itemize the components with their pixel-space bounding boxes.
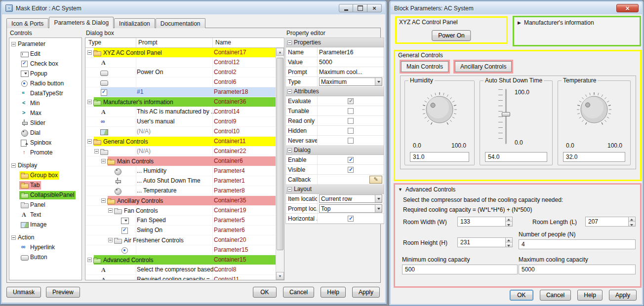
spin-down-icon[interactable]: [506, 243, 512, 247]
close-button[interactable]: [616, 4, 639, 12]
maximize-button[interactable]: [353, 4, 367, 12]
controls-group-display[interactable]: Display: [9, 160, 81, 170]
tree-expander[interactable]: [87, 258, 92, 262]
max-cooling-field[interactable]: 5000: [519, 265, 636, 274]
control-item-slider[interactable]: Slider: [9, 118, 81, 128]
cancel-button[interactable]: Cancel: [540, 290, 571, 301]
slider-track[interactable]: [505, 89, 507, 144]
control-item-hyperlink[interactable]: Hyperlink: [9, 242, 81, 252]
humidity-value-field[interactable]: 31.0: [410, 152, 469, 162]
control-item-min[interactable]: Min: [9, 98, 81, 108]
enable-checkbox[interactable]: [348, 157, 354, 163]
controls-group-parameter[interactable]: Parameter: [9, 39, 81, 49]
scroll-down-icon[interactable]: ▼: [276, 272, 284, 280]
dialog-row-container20[interactable]: Air Freshener ControlsContainer20: [85, 235, 276, 245]
dialog-row-control10[interactable]: (N/A)Control10: [85, 127, 276, 137]
property-value[interactable]: 5000: [318, 57, 384, 67]
chevron-down-icon[interactable]: [375, 205, 382, 212]
tree-expander[interactable]: [108, 238, 113, 242]
control-item-datatypestr[interactable]: DataTypeStr: [9, 88, 81, 98]
manufacturer-collapsible-panel[interactable]: ▶ Manufacturer's information: [513, 16, 641, 46]
property-section-dialog[interactable]: Dialog: [286, 146, 384, 155]
control-item-edit[interactable]: Edit: [9, 49, 81, 59]
unmask-button[interactable]: Unmask: [6, 287, 41, 298]
auto-shut-down-value-field[interactable]: 54.0: [485, 152, 547, 162]
never-save-checkbox[interactable]: [348, 138, 354, 144]
collapse-icon[interactable]: [287, 148, 292, 153]
people-field[interactable]: 4: [519, 239, 636, 249]
control-item-popup[interactable]: Popup: [9, 69, 81, 78]
close-button[interactable]: [367, 4, 382, 12]
tab-icon-ports[interactable]: Icon & Ports: [6, 18, 48, 28]
dialog-row-control11[interactable]: Required cooling capacity = ...Control11: [85, 275, 276, 280]
spin-value[interactable]: 231: [460, 239, 470, 246]
min-cooling-field[interactable]: 500: [402, 265, 518, 274]
scrollbar-thumb[interactable]: [277, 58, 283, 250]
preview-button[interactable]: Preview: [46, 287, 80, 298]
collapse-icon[interactable]: [11, 235, 16, 240]
control-item-promote[interactable]: Promote: [9, 148, 81, 157]
controls-group-action[interactable]: Action: [9, 232, 81, 242]
dialog-row-parameter15[interactable]: Parameter15: [85, 245, 276, 255]
ok-button[interactable]: OK: [510, 290, 533, 301]
room-length-spinbox[interactable]: 207: [585, 217, 636, 227]
cancel-button[interactable]: Cancel: [283, 287, 314, 298]
collapse-icon[interactable]: [287, 89, 292, 94]
scroll-up-icon[interactable]: ▲: [276, 48, 284, 56]
control-item-check-box[interactable]: Check box: [9, 59, 81, 69]
dialog-row-container22[interactable]: (N/A)Container22: [85, 147, 276, 156]
spin-down-icon[interactable]: [506, 222, 512, 227]
horizontal-checkbox[interactable]: [348, 216, 354, 222]
spin-up-icon[interactable]: [506, 217, 512, 222]
tree-expander[interactable]: [87, 139, 92, 144]
control-item-text[interactable]: Text: [9, 210, 81, 220]
temperature-dial[interactable]: [574, 90, 614, 129]
minimize-button[interactable]: [339, 4, 353, 12]
control-item-max[interactable]: Max: [9, 108, 81, 118]
dialog-row-parameter6[interactable]: Swing OnParameter6: [85, 226, 276, 235]
control-item-collapsiblepanel[interactable]: CollapsiblePanel: [9, 190, 81, 200]
chevron-down-icon[interactable]: [375, 195, 382, 202]
prompt-loc-dropdown[interactable]: Top: [319, 204, 382, 213]
dialog-row-control12[interactable]: Control12: [85, 58, 276, 68]
dialog-row-control9[interactable]: User's manualControl9: [85, 117, 276, 127]
spin-value[interactable]: 133: [460, 218, 470, 225]
spin-up-icon[interactable]: [506, 238, 512, 243]
collapse-icon[interactable]: [11, 163, 16, 168]
dialog-row-control14[interactable]: This AC is manufactured by ...Control14: [85, 107, 276, 117]
chevron-down-icon[interactable]: [375, 78, 382, 85]
dialog-row-container19[interactable]: Fan ControlsContainer19: [85, 206, 276, 216]
control-item-button[interactable]: Button: [9, 252, 81, 262]
property-value[interactable]: Parameter16: [318, 47, 384, 57]
dialog-row-container6[interactable]: Main ControlsContainer6: [85, 156, 276, 166]
hidden-checkbox[interactable]: [348, 128, 354, 134]
dialog-row-parameter5[interactable]: Fan SpeedParameter5: [85, 216, 276, 226]
dialog-row-parameter1[interactable]: ... Auto Shut Down TimeParameter1: [85, 176, 276, 186]
dialog-row-container35[interactable]: Ancillary ControlsContainer35: [85, 196, 276, 206]
ok-button[interactable]: OK: [253, 287, 277, 298]
tab-initialization[interactable]: Initialization: [114, 18, 155, 28]
advanced-controls-header[interactable]: ▼ Advanced Controls: [398, 186, 455, 193]
property-section-attributes[interactable]: Attributes: [286, 87, 384, 96]
type-dropdown[interactable]: Maximum: [319, 77, 382, 86]
dialog-row-container11[interactable]: General ControlsContainer11: [85, 137, 276, 147]
tab-parameters-dialog[interactable]: Parameters & Dialog: [49, 17, 114, 28]
room-width-spinbox[interactable]: 133: [457, 217, 513, 227]
spin-up-icon[interactable]: [629, 217, 635, 222]
expanded-arrow-icon[interactable]: ▼: [398, 187, 402, 192]
apply-button[interactable]: Apply: [352, 287, 380, 298]
tab-documentation[interactable]: Documentation: [156, 18, 205, 28]
spin-down-icon[interactable]: [629, 222, 635, 227]
room-height-spinbox[interactable]: 231: [457, 237, 513, 247]
collapsed-arrow-icon[interactable]: ▶: [518, 20, 521, 25]
control-item-radio-button[interactable]: Radio button: [9, 78, 81, 88]
property-section-properties[interactable]: Properties: [286, 38, 384, 47]
dialog-row-control6[interactable]: Control6: [85, 77, 276, 87]
visible-checkbox[interactable]: [348, 167, 354, 173]
dialog-row-parameter8[interactable]: ... TemperatureParameter8: [85, 186, 276, 196]
property-section-layout[interactable]: Layout: [286, 185, 384, 194]
slider-handle[interactable]: [502, 112, 510, 116]
control-item-group-box[interactable]: Group box: [9, 170, 81, 180]
collapse-icon[interactable]: [287, 187, 292, 191]
control-item-panel[interactable]: Panel: [9, 200, 81, 210]
